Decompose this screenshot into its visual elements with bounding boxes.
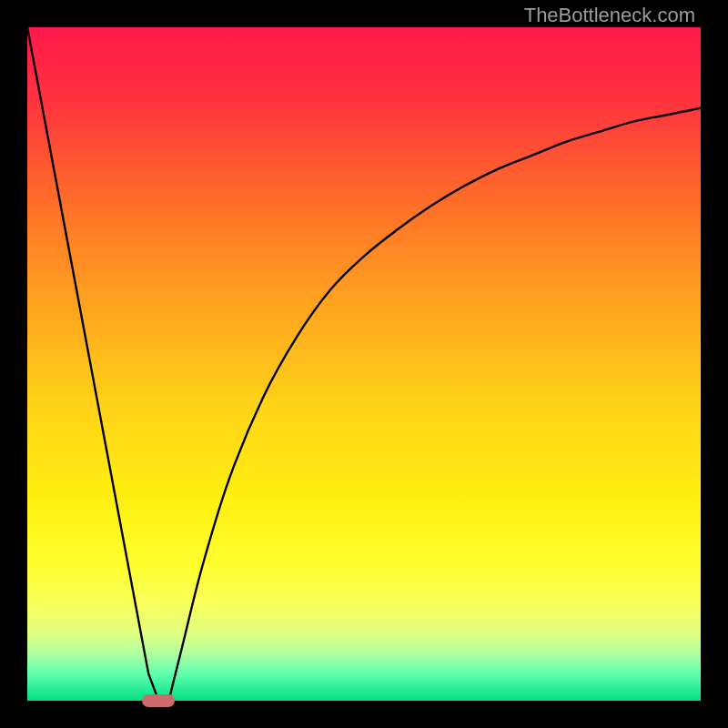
chart-container: TheBottleneck.com [0, 0, 728, 728]
plot-area [27, 27, 701, 701]
bottleneck-curve [27, 27, 701, 701]
bottleneck-marker [142, 694, 175, 707]
curve-svg [27, 27, 701, 701]
watermark-text: TheBottleneck.com [524, 4, 695, 27]
